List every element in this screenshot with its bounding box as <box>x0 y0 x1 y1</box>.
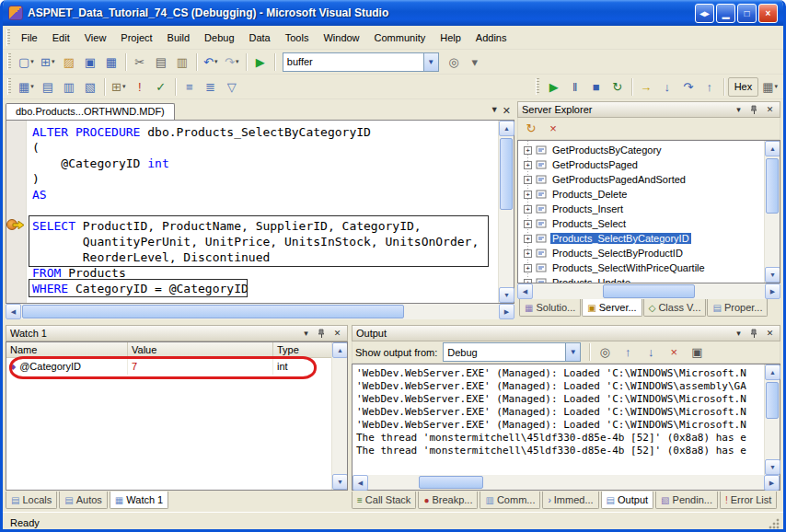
pin-icon[interactable] <box>748 104 760 116</box>
scroll-right-icon[interactable]: ▶ <box>765 283 780 299</box>
scroll-up-icon[interactable]: ▲ <box>765 364 780 380</box>
tab-call-stack[interactable]: ≡Call Stack <box>352 492 416 509</box>
scroll-left-icon[interactable]: ◀ <box>6 304 21 319</box>
menu-item-tools[interactable]: Tools <box>278 28 317 48</box>
tree-item-products_insert[interactable]: +Products_Insert <box>520 202 764 216</box>
menu-item-window[interactable]: Window <box>316 28 366 48</box>
menu-item-project[interactable]: Project <box>113 28 159 48</box>
scroll-right-icon[interactable]: ▶ <box>499 304 514 319</box>
scrollbar-thumb[interactable] <box>419 476 483 489</box>
output-body[interactable]: 'WebDev.WebServer.EXE' (Managed): Loaded… <box>352 364 780 475</box>
tab-immed[interactable]: ›Immed... <box>542 492 598 509</box>
editor-gutter[interactable] <box>6 121 27 303</box>
window-menu-icon[interactable]: ▾ <box>733 104 745 116</box>
expand-icon[interactable]: + <box>524 279 532 283</box>
dropdown-arrow-icon[interactable]: ▾ <box>774 83 778 90</box>
tab-breakp[interactable]: ●Breakp... <box>418 492 478 509</box>
dropdown-arrow-icon[interactable]: ▾ <box>122 83 126 90</box>
scroll-up-icon[interactable]: ▲ <box>332 342 348 358</box>
expand-icon[interactable]: + <box>524 220 532 228</box>
scroll-down-icon[interactable]: ▼ <box>499 287 514 303</box>
close-icon[interactable]: ✕ <box>331 328 343 340</box>
clear-all-icon[interactable]: × <box>664 342 684 363</box>
save-icon[interactable]: ▣ <box>80 52 100 72</box>
show-criteria-pane-icon[interactable]: ▤ <box>38 76 58 97</box>
tree-item-getproductspaged[interactable]: +GetProductsPaged <box>520 157 764 172</box>
scroll-up-icon[interactable]: ▲ <box>499 121 514 136</box>
expand-icon[interactable]: + <box>524 235 532 243</box>
memory-window-icon[interactable]: ▦▾ <box>759 76 780 97</box>
dropdown-arrow-icon[interactable]: ▾ <box>52 58 55 65</box>
tree-item-products_selectbycategoryid[interactable]: +Products_SelectByCategoryID <box>520 231 764 246</box>
find-combobox-value[interactable]: buffer <box>283 56 423 67</box>
combobox-dropdown-icon[interactable]: ▼ <box>565 343 580 361</box>
resize-grip[interactable] <box>769 518 780 529</box>
word-wrap-icon[interactable]: ▣ <box>687 342 707 363</box>
verify-sql-icon[interactable]: ✓ <box>151 76 171 97</box>
pin-icon[interactable] <box>316 328 328 340</box>
minimize-button[interactable]: ▁ <box>716 4 735 23</box>
expand-icon[interactable]: + <box>524 161 532 169</box>
paste-icon[interactable]: ▥ <box>172 52 192 72</box>
output-source-combobox[interactable]: Debug ▼ <box>443 342 581 362</box>
find-combobox[interactable]: buffer ▼ <box>283 52 439 72</box>
pin-icon[interactable] <box>748 328 760 340</box>
close-icon[interactable]: ✕ <box>764 328 776 340</box>
column-value[interactable]: Value <box>128 342 273 358</box>
tab-autos[interactable]: ▤Autos <box>59 492 108 509</box>
menu-item-edit[interactable]: Edit <box>45 28 77 48</box>
menu-item-community[interactable]: Community <box>367 28 433 48</box>
scroll-left-icon[interactable]: ◀ <box>517 283 533 299</box>
refresh-icon[interactable]: ↻ <box>521 119 541 139</box>
tab-solutio[interactable]: ▦Solutio... <box>519 299 581 317</box>
document-list-dropdown-icon[interactable]: ▼ <box>491 105 499 117</box>
close-icon[interactable]: ✕ <box>764 104 776 116</box>
expand-icon[interactable]: + <box>524 146 532 155</box>
show-results-pane-icon[interactable]: ▧ <box>80 76 100 97</box>
scroll-right-icon[interactable]: ▶ <box>764 475 780 491</box>
cut-icon[interactable]: ✂ <box>130 52 150 72</box>
dropdown-arrow-icon[interactable]: ▾ <box>30 58 34 65</box>
dropdown-arrow-icon[interactable]: ▾ <box>30 83 34 90</box>
menu-item-help[interactable]: Help <box>433 28 468 48</box>
open-file-icon[interactable]: ▨ <box>59 52 79 72</box>
output-vertical-scrollbar[interactable]: ▲ ▼ <box>764 364 780 475</box>
code-editor[interactable]: ALTER PROCEDURE dbo.Products_SelectByCat… <box>6 120 514 304</box>
tab-output[interactable]: ▤Output <box>601 492 653 509</box>
undo-icon[interactable]: ↶▾ <box>201 52 221 72</box>
window-menu-icon[interactable]: ▾ <box>733 328 745 340</box>
show-next-statement-icon[interactable]: → <box>636 76 656 97</box>
close-document-icon[interactable]: ✕ <box>503 105 511 117</box>
previous-message-icon[interactable]: ↑ <box>618 342 638 363</box>
maximize-button[interactable]: □ <box>737 4 757 23</box>
scrollbar-thumb[interactable] <box>500 138 513 210</box>
menu-item-addins[interactable]: Addins <box>468 28 514 48</box>
editor-horizontal-scrollbar[interactable]: ◀ ▶ <box>6 304 514 319</box>
change-type-icon[interactable]: ⊞▾ <box>109 76 129 97</box>
output-horizontal-scrollbar[interactable]: ◀ ▶ <box>352 475 780 491</box>
start-debug-icon[interactable]: ▶ <box>250 52 271 72</box>
dropdown-arrow-icon[interactable]: ▾ <box>214 58 218 65</box>
step-out-icon[interactable]: ↑ <box>699 76 720 97</box>
tree-item-getproductspagedandsorted[interactable]: +GetProductsPagedAndSorted <box>520 172 764 187</box>
filter-icon[interactable]: ▽ <box>222 76 242 97</box>
menu-item-build[interactable]: Build <box>160 28 197 48</box>
restart-icon[interactable]: ↻ <box>607 76 628 97</box>
combobox-dropdown-icon[interactable]: ▼ <box>423 53 438 71</box>
watch-row[interactable]: ◆@CategoryID7int <box>6 358 347 375</box>
find-icon[interactable]: ◎ <box>444 52 464 72</box>
tab-locals[interactable]: ▤Locals <box>6 492 57 509</box>
next-message-icon[interactable]: ↓ <box>641 342 661 363</box>
show-diagram-pane-icon[interactable]: ▦▾ <box>16 76 37 97</box>
menu-item-data[interactable]: Data <box>242 28 278 48</box>
expand-icon[interactable]: + <box>524 191 532 199</box>
tab-server[interactable]: ▣Server... <box>582 299 642 317</box>
tab-pendin[interactable]: ▧Pendin... <box>655 492 718 509</box>
hex-button[interactable]: Hex <box>728 77 759 97</box>
execute-sql-icon[interactable]: ! <box>130 76 150 97</box>
tree-item-products_delete[interactable]: +Products_Delete <box>520 187 764 202</box>
code-text[interactable]: ALTER PROCEDURE dbo.Products_SelectByCat… <box>27 121 498 303</box>
expand-icon[interactable]: + <box>524 264 532 272</box>
add-item-icon[interactable]: ⊞▾ <box>38 52 58 72</box>
stop-refresh-icon[interactable]: × <box>543 119 563 139</box>
